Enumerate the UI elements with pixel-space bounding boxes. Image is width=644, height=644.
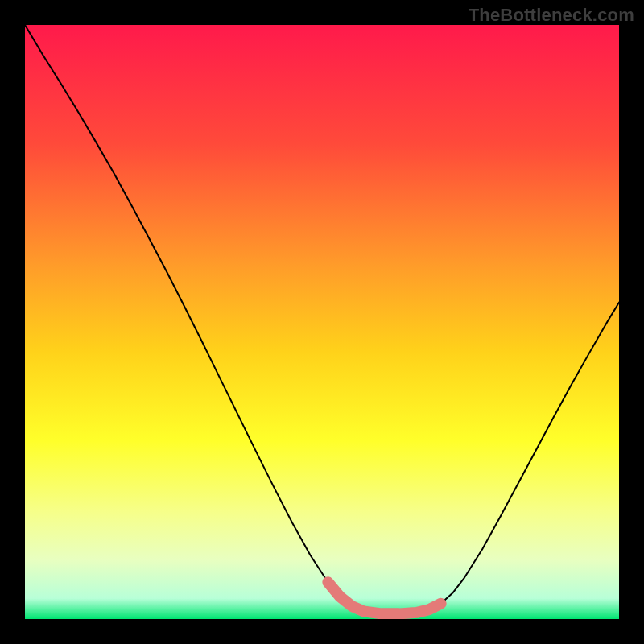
chart-frame: TheBottleneck.com [0, 0, 644, 644]
chart-plot-area [25, 25, 619, 619]
chart-svg [25, 25, 619, 619]
gradient-background [25, 25, 619, 619]
watermark-text: TheBottleneck.com [469, 5, 634, 26]
